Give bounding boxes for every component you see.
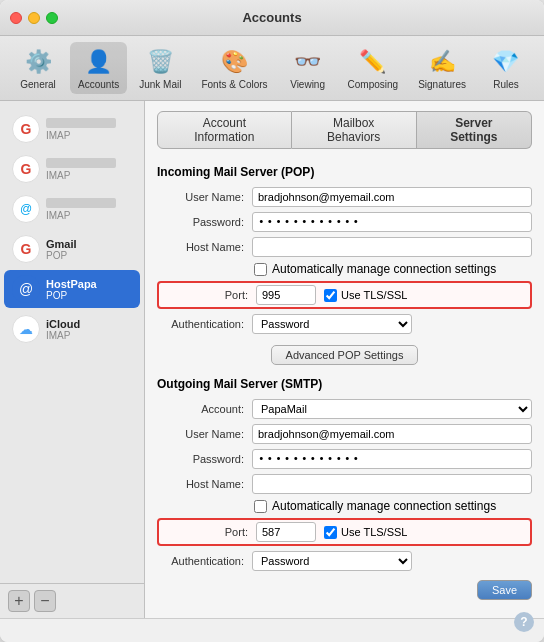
toolbar: ⚙️ General 👤 Accounts 🗑️ Junk Mail 🎨 Fon… [0,36,544,101]
account-type-5: POP [46,290,97,301]
outgoing-port-input[interactable] [256,522,316,542]
close-button[interactable] [10,12,22,24]
outgoing-port-label: Port: [163,526,256,538]
sidebar-account-5[interactable]: @ HostPapa POP [4,270,140,308]
sidebar-footer: + − [0,583,144,618]
maximize-button[interactable] [46,12,58,24]
account-type-6: IMAP [46,330,80,341]
toolbar-junk-mail-label: Junk Mail [139,79,181,90]
viewing-icon: 👓 [292,46,324,78]
outgoing-tls-checkbox[interactable] [324,526,337,539]
tab-bar: Account Information Mailbox Behaviors Se… [157,111,532,149]
incoming-port-label: Port: [163,289,256,301]
account-icon-4: G [12,235,40,263]
advanced-pop-button[interactable]: Advanced POP Settings [271,345,419,365]
outgoing-tls-label: Use TLS/SSL [341,526,407,538]
incoming-username-input[interactable] [252,187,532,207]
composing-icon: ✏️ [357,46,389,78]
toolbar-signatures[interactable]: ✍️ Signatures [410,42,474,94]
tab-mailbox-behaviors[interactable]: Mailbox Behaviors [292,111,417,149]
outgoing-hostname-row: Host Name: [157,474,532,494]
toolbar-viewing-label: Viewing [290,79,325,90]
add-account-button[interactable]: + [8,590,30,612]
account-name-1 [46,118,116,130]
account-name-5: HostPapa [46,278,97,290]
right-panel: Account Information Mailbox Behaviors Se… [145,101,544,618]
outgoing-username-row: User Name: [157,424,532,444]
outgoing-auto-manage-checkbox[interactable] [254,500,267,513]
outgoing-username-input[interactable] [252,424,532,444]
toolbar-signatures-label: Signatures [418,79,466,90]
sidebar-account-6[interactable]: ☁ iCloud IMAP [4,310,140,348]
sidebar: G IMAP G IMAP @ IMAP [0,101,145,618]
incoming-port-highlighted-row: Port: Use TLS/SSL [157,281,532,309]
sidebar-account-3[interactable]: @ IMAP [4,190,140,228]
incoming-section-title: Incoming Mail Server (POP) [157,165,532,179]
toolbar-accounts[interactable]: 👤 Accounts [70,42,127,94]
incoming-tls-row: Use TLS/SSL [324,289,407,302]
toolbar-viewing[interactable]: 👓 Viewing [280,42,336,94]
incoming-username-row: User Name: [157,187,532,207]
remove-account-button[interactable]: − [34,590,56,612]
account-type-2: IMAP [46,170,116,181]
main-window: Accounts ⚙️ General 👤 Accounts 🗑️ Junk M… [0,0,544,642]
junk-mail-icon: 🗑️ [144,46,176,78]
sidebar-account-2[interactable]: G IMAP [4,150,140,188]
account-icon-1: G [12,115,40,143]
help-button[interactable]: ? [514,612,534,632]
outgoing-hostname-label: Host Name: [157,478,252,490]
save-button[interactable]: Save [477,580,532,600]
outgoing-account-select[interactable]: PapaMail [252,399,532,419]
account-icon-2: G [12,155,40,183]
outgoing-auto-manage-row: Automatically manage connection settings [254,499,532,513]
account-name-4: Gmail [46,238,77,250]
toolbar-junk-mail[interactable]: 🗑️ Junk Mail [131,42,189,94]
toolbar-general[interactable]: ⚙️ General [10,42,66,94]
outgoing-section-title: Outgoing Mail Server (SMTP) [157,377,532,391]
sidebar-account-1[interactable]: G IMAP [4,110,140,148]
account-icon-6: ☁ [12,315,40,343]
outgoing-account-label: Account: [157,403,252,415]
toolbar-general-label: General [20,79,56,90]
incoming-auth-select[interactable]: Password [252,314,412,334]
account-type-4: POP [46,250,77,261]
toolbar-rules[interactable]: 💎 Rules [478,42,534,94]
bottom-bar: ? [0,618,544,642]
outgoing-auth-select[interactable]: Password [252,551,412,571]
incoming-username-label: User Name: [157,191,252,203]
toolbar-composing-label: Composing [348,79,399,90]
sidebar-account-4[interactable]: G Gmail POP [4,230,140,268]
incoming-tls-label: Use TLS/SSL [341,289,407,301]
outgoing-hostname-input[interactable] [252,474,532,494]
save-row: Save [157,580,532,600]
incoming-tls-checkbox[interactable] [324,289,337,302]
toolbar-composing[interactable]: ✏️ Composing [340,42,407,94]
tab-server-settings[interactable]: Server Settings [417,111,532,149]
window-title: Accounts [242,10,301,25]
incoming-auto-manage-label: Automatically manage connection settings [272,262,496,276]
account-name-2 [46,158,116,170]
outgoing-password-row: Password: [157,449,532,469]
toolbar-fonts-colors-label: Fonts & Colors [201,79,267,90]
signatures-icon: ✍️ [426,46,458,78]
incoming-port-input[interactable] [256,285,316,305]
fonts-colors-icon: 🎨 [218,46,250,78]
outgoing-tls-row: Use TLS/SSL [324,526,407,539]
rules-icon: 💎 [490,46,522,78]
outgoing-account-row: Account: PapaMail [157,399,532,419]
minimize-button[interactable] [28,12,40,24]
titlebar: Accounts [0,0,544,36]
tab-account-info[interactable]: Account Information [157,111,292,149]
incoming-password-label: Password: [157,216,252,228]
outgoing-password-input[interactable] [252,449,532,469]
outgoing-username-label: User Name: [157,428,252,440]
account-type-1: IMAP [46,130,116,141]
account-type-3: IMAP [46,210,116,221]
incoming-password-input[interactable] [252,212,532,232]
outgoing-auth-row: Authentication: Password [157,551,532,571]
incoming-auto-manage-checkbox[interactable] [254,263,267,276]
incoming-auto-manage-row: Automatically manage connection settings [254,262,532,276]
incoming-hostname-input[interactable] [252,237,532,257]
incoming-auth-label: Authentication: [157,318,252,330]
toolbar-fonts-colors[interactable]: 🎨 Fonts & Colors [193,42,275,94]
